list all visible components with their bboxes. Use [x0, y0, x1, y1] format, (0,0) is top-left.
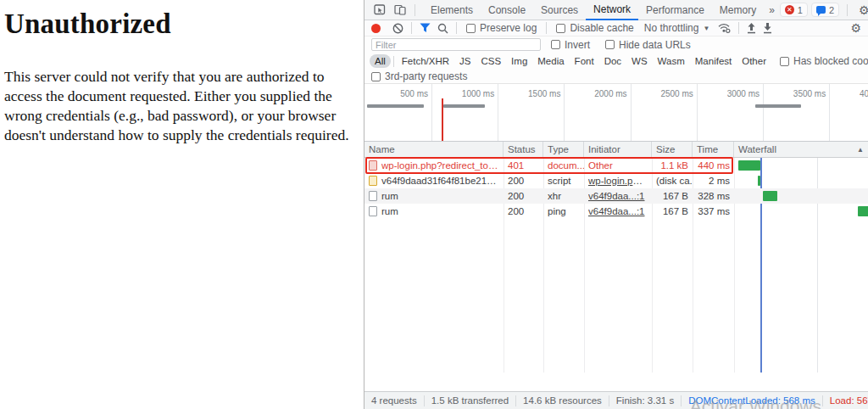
checkbox[interactable]	[556, 24, 565, 33]
column-header-label: Size	[656, 144, 675, 154]
cell-type: ping	[543, 204, 584, 219]
throttling-dropdown[interactable]: No throttling ▼	[644, 22, 710, 34]
error-badge[interactable]: ✕ 1	[780, 3, 808, 17]
tab-elements[interactable]: Elements	[423, 0, 481, 20]
divider	[415, 4, 415, 16]
network-table: NameStatusTypeInitiatorSizeTimeWaterfall…	[364, 142, 868, 373]
chip-font[interactable]: Font	[570, 54, 599, 68]
chip-manifest[interactable]: Manifest	[690, 54, 737, 68]
request-row[interactable]: v64f9daad31f64f81be21cbef6...200scriptwp…	[364, 173, 868, 188]
chip-wasm[interactable]: Wasm	[653, 54, 690, 68]
third-party-checkbox[interactable]: 3rd-party requests	[371, 70, 467, 82]
export-har-icon[interactable]	[760, 23, 776, 34]
status-bar-item: 4 requests	[364, 395, 425, 406]
checkbox[interactable]	[551, 40, 560, 49]
column-header-label: Name	[369, 144, 395, 154]
inspect-element-icon[interactable]	[370, 4, 390, 15]
timeline-tick-label: 2000 ms	[568, 89, 627, 98]
timeline-tick-label: 3500 ms	[766, 89, 826, 98]
search-icon[interactable]	[434, 23, 452, 34]
tab-sources[interactable]: Sources	[533, 0, 586, 20]
timeline-overview[interactable]: 500 ms1000 ms1500 ms2000 ms2500 ms3000 m…	[364, 84, 868, 142]
has-blocked-cookies-checkbox[interactable]: Has blocked cookies	[780, 55, 868, 67]
timeline-gridline	[564, 84, 565, 141]
tab-performance[interactable]: Performance	[638, 0, 712, 20]
initiator-link[interactable]: wp-login.php?r...	[588, 176, 648, 186]
overview-activity-bar	[755, 104, 801, 108]
error-count: 1	[798, 5, 803, 15]
status-bar-item: DOMContentLoaded: 568 ms	[682, 395, 823, 406]
cell-waterfall	[734, 158, 868, 173]
chip-img[interactable]: Img	[506, 54, 532, 68]
cell-type: xhr	[543, 188, 584, 204]
column-header-time[interactable]: Time	[693, 142, 734, 157]
tabbar-right: ✕ 1 2 ⚙ ⋮ ✕	[780, 3, 868, 17]
network-settings-gear-icon[interactable]: ⚙	[847, 21, 865, 35]
request-row[interactable]: rum200pingv64f9daa...:1167 B337 ms	[364, 204, 868, 219]
column-header-status[interactable]: Status	[504, 142, 543, 157]
cell-time: 440 ms	[693, 158, 734, 173]
more-tabs-icon[interactable]: »	[764, 4, 780, 16]
chip-all[interactable]: All	[370, 54, 391, 68]
chip-css[interactable]: CSS	[476, 54, 506, 68]
timeline-gridline	[631, 84, 632, 141]
column-header-type[interactable]: Type	[543, 142, 584, 157]
request-name: rum	[381, 206, 398, 216]
cell-waterfall	[734, 204, 868, 219]
record-button[interactable]	[371, 24, 381, 33]
filter-input[interactable]	[371, 38, 541, 51]
status-bar-item: Load: 567 ms	[823, 395, 868, 406]
checkbox[interactable]	[371, 72, 381, 81]
tab-console[interactable]: Console	[481, 0, 533, 20]
device-toolbar-icon[interactable]	[390, 4, 410, 15]
chip-js[interactable]: JS	[454, 54, 476, 68]
tab-memory[interactable]: Memory	[712, 0, 764, 20]
column-header-label: Time	[697, 144, 718, 154]
settings-gear-icon[interactable]: ⚙	[855, 3, 868, 17]
chip-ws[interactable]: WS	[626, 54, 653, 68]
cell-size: 1.1 kB	[652, 158, 693, 173]
cell-time: 337 ms	[693, 204, 734, 219]
issues-badge[interactable]: 2	[811, 3, 839, 17]
hide-data-urls-checkbox[interactable]: Hide data URLs	[605, 39, 691, 51]
chip-media[interactable]: Media	[532, 54, 569, 68]
chip-other[interactable]: Other	[737, 54, 771, 68]
column-header-waterfall[interactable]: Waterfall▲	[734, 142, 868, 157]
request-row[interactable]: rum200xhrv64f9daa...:1167 B328 ms	[364, 188, 868, 204]
checkbox[interactable]	[466, 24, 476, 33]
tab-network[interactable]: Network	[586, 0, 638, 20]
message-count: 2	[829, 5, 834, 15]
request-name: rum	[381, 191, 398, 201]
column-header-name[interactable]: Name	[364, 142, 504, 157]
waterfall-bar	[738, 160, 760, 171]
cell-waterfall	[734, 173, 868, 188]
chip-doc[interactable]: Doc	[599, 54, 626, 68]
status-bar-item: 14.6 kB resources	[516, 395, 609, 406]
clear-icon[interactable]	[389, 23, 407, 34]
devtools-panel: ElementsConsoleSourcesNetworkPerformance…	[364, 0, 868, 409]
column-header-initiator[interactable]: Initiator	[584, 142, 652, 157]
cell-initiator: v64f9daa...:1	[584, 188, 652, 204]
request-row[interactable]: wp-login.php?redirect_to=htt...401docum.…	[364, 158, 868, 173]
divider	[456, 22, 457, 34]
cell-time: 328 ms	[693, 188, 734, 204]
filter-funnel-icon[interactable]	[416, 23, 434, 33]
invert-checkbox[interactable]: Invert	[551, 39, 590, 51]
chevron-down-icon: ▼	[703, 25, 709, 32]
chip-fetch-xhr[interactable]: Fetch/XHR	[397, 54, 454, 68]
import-har-icon[interactable]	[743, 23, 760, 34]
initiator-link[interactable]: v64f9daa...:1	[588, 191, 645, 201]
screen: Unauthorized This server could not verif…	[0, 0, 868, 409]
cell-initiator: v64f9daa...:1	[584, 204, 652, 219]
initiator-link[interactable]: v64f9daa...:1	[588, 206, 645, 216]
column-header-size[interactable]: Size	[652, 142, 693, 157]
timeline-gridline	[431, 84, 432, 141]
timeline-gridline	[763, 84, 764, 141]
checkbox[interactable]	[780, 57, 789, 66]
preserve-log-checkbox[interactable]: Preserve log	[466, 22, 537, 34]
network-conditions-icon[interactable]	[715, 23, 734, 33]
disable-cache-checkbox[interactable]: Disable cache	[556, 22, 633, 34]
checkbox[interactable]	[605, 40, 615, 49]
overview-activity-bar	[443, 104, 485, 108]
cell-initiator: wp-login.php?r...	[584, 173, 652, 188]
